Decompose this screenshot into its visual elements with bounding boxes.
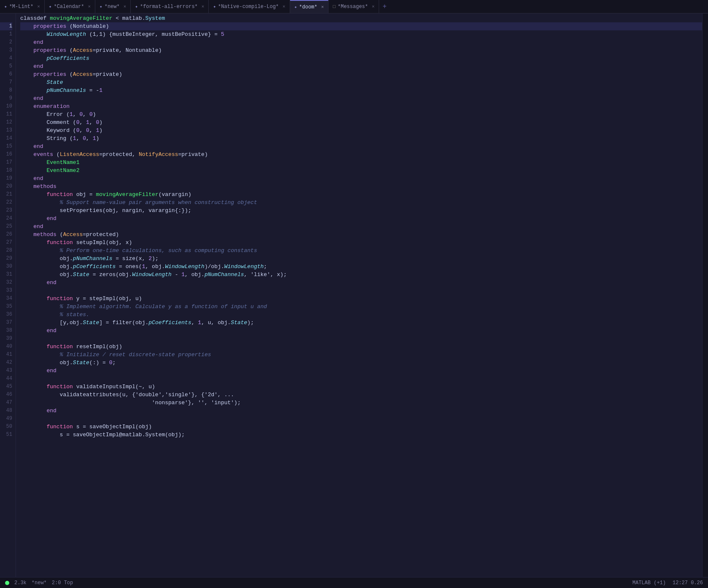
code-line-52: s = saveObjectImpl@matlab.System(obj);	[20, 431, 702, 439]
tab-icon-mlint: ✦	[4, 4, 7, 9]
tab-close-calendar[interactable]: ×	[88, 4, 91, 9]
line-number-20: 19	[0, 175, 12, 183]
tab-messages[interactable]: □ *Messages* ×	[328, 0, 379, 13]
line-number-32: 31	[0, 271, 12, 279]
line-number-26: 25	[0, 223, 12, 231]
line-number-17: 16	[0, 150, 12, 158]
code-line-13: Comment (0, 1, 0)	[20, 118, 702, 126]
line-number-41: 40	[0, 343, 12, 351]
tab-label-messages: *Messages*	[338, 4, 368, 10]
tab-doom[interactable]: ✦ *doom* ×	[290, 0, 328, 13]
line-number-42: 41	[0, 351, 12, 359]
code-line-37: % states.	[20, 311, 702, 319]
code-line-51: function s = saveObjectImpl(obj)	[20, 423, 702, 431]
code-line-45	[20, 375, 702, 383]
tab-format-all-errors[interactable]: ✦ *format-all-errors* ×	[131, 0, 209, 13]
line-number-1: 1	[0, 22, 12, 30]
code-line-24: setProperties(obj, nargin, varargin{:});	[20, 207, 702, 215]
line-number-2: 1	[0, 30, 12, 38]
code-line-47: validateattributes(u, {'double','single'…	[20, 391, 702, 399]
tab-close-new[interactable]: ×	[124, 4, 127, 9]
code-line-14: Keyword (0, 0, 1)	[20, 126, 702, 134]
code-line-0: classdef movingAverageFilter < matlab.Sy…	[20, 14, 702, 22]
line-number-48: 47	[0, 399, 12, 407]
tab-calendar[interactable]: ✦ *Calendar* ×	[45, 0, 95, 13]
code-line-17: events (ListenAccess=protected, NotifyAc…	[20, 150, 702, 158]
line-number-11: 10	[0, 102, 12, 110]
status-position: 2:0 Top	[52, 580, 73, 586]
line-number-38: 37	[0, 319, 12, 327]
tab-label-doom: *doom*	[299, 4, 317, 10]
code-line-42: % Initialize / reset discrete-state prop…	[20, 351, 702, 359]
line-number-29: 28	[0, 247, 12, 255]
tab-add-button[interactable]: +	[379, 3, 390, 11]
line-number-21: 20	[0, 183, 12, 191]
code-content[interactable]: classdef movingAverageFilter < matlab.Sy…	[16, 13, 702, 577]
line-number-44: 43	[0, 367, 12, 375]
status-mode: MATLAB (+1)	[633, 580, 666, 586]
tab-native-compile-log[interactable]: ✦ *Native-compile-Log* ×	[209, 0, 290, 13]
line-number-8: 7	[0, 78, 12, 86]
line-number-39: 38	[0, 327, 12, 335]
code-line-27: methods (Access=protected)	[20, 231, 702, 239]
tab-label-native-compile-log: *Native-compile-Log*	[218, 4, 279, 10]
tab-close-messages[interactable]: ×	[372, 4, 375, 9]
line-number-34: 33	[0, 287, 12, 295]
code-line-5: pCoefficients	[20, 54, 702, 62]
tab-label-format-all-errors: *format-all-errors*	[140, 4, 198, 10]
line-number-13: 12	[0, 118, 12, 126]
code-line-12: Error (1, 0, 0)	[20, 110, 702, 118]
status-bar: 2.3k *new* 2:0 Top MATLAB (+1) 12:27 0.2…	[0, 577, 708, 588]
code-line-32: obj.State = zeros(obj.WindowLength - 1, …	[20, 271, 702, 279]
tab-new[interactable]: ✦ *new* ×	[95, 0, 131, 13]
code-line-1: properties (Nontunable)	[20, 22, 702, 30]
code-line-8: State	[20, 78, 702, 86]
line-number-10: 9	[0, 94, 12, 102]
tab-mlint[interactable]: ✦ *M-Lint* ×	[0, 0, 45, 13]
code-line-9: pNumChannels = -1	[20, 86, 702, 94]
status-time: 12:27 0.26	[673, 580, 703, 586]
tab-close-mlint[interactable]: ×	[37, 4, 40, 9]
code-line-50	[20, 415, 702, 423]
status-buffer-name: *new*	[32, 580, 47, 586]
line-number-31: 30	[0, 263, 12, 271]
line-number-43: 42	[0, 359, 12, 367]
code-line-38: [y,obj.State] = filter(obj.pCoefficients…	[20, 319, 702, 327]
code-line-11: enumeration	[20, 102, 702, 110]
editor-area: 1123456789101112131415161718192021222324…	[0, 13, 708, 577]
line-numbers: 1123456789101112131415161718192021222324…	[0, 13, 16, 577]
code-line-22: function obj = movingAverageFilter(varar…	[20, 191, 702, 199]
line-number-51: 50	[0, 423, 12, 431]
line-number-35: 34	[0, 295, 12, 303]
code-line-34	[20, 287, 702, 295]
code-line-35: function y = stepImpl(obj, u)	[20, 295, 702, 303]
tab-close-native-compile-log[interactable]: ×	[283, 4, 285, 9]
line-number-12: 11	[0, 110, 12, 118]
line-number-7: 6	[0, 70, 12, 78]
line-number-50: 49	[0, 415, 12, 423]
line-number-40: 39	[0, 335, 12, 343]
line-number-4: 3	[0, 46, 12, 54]
line-number-9: 8	[0, 86, 12, 94]
tab-close-doom[interactable]: ×	[321, 5, 324, 10]
line-number-52: 51	[0, 431, 12, 439]
code-line-44: end	[20, 367, 702, 375]
line-number-22: 21	[0, 191, 12, 199]
tab-close-format-all-errors[interactable]: ×	[202, 4, 205, 9]
line-number-33: 32	[0, 279, 12, 287]
code-line-49: end	[20, 407, 702, 415]
line-number-5: 4	[0, 54, 12, 62]
line-number-18: 17	[0, 158, 12, 166]
code-line-19: EventName2	[20, 166, 702, 175]
status-right: MATLAB (+1) 12:27 0.26	[633, 580, 703, 586]
tab-icon-native-compile-log: ✦	[213, 4, 216, 9]
tab-icon-calendar: ✦	[49, 4, 52, 9]
scrollbar-gutter[interactable]	[702, 13, 708, 577]
code-line-25: end	[20, 215, 702, 223]
code-line-46: function validateInputsImpl(~, u)	[20, 383, 702, 391]
line-number-27: 26	[0, 231, 12, 239]
line-number-16: 15	[0, 142, 12, 150]
line-number-25: 24	[0, 215, 12, 223]
code-line-10: end	[20, 94, 702, 102]
line-number-6: 5	[0, 62, 12, 70]
